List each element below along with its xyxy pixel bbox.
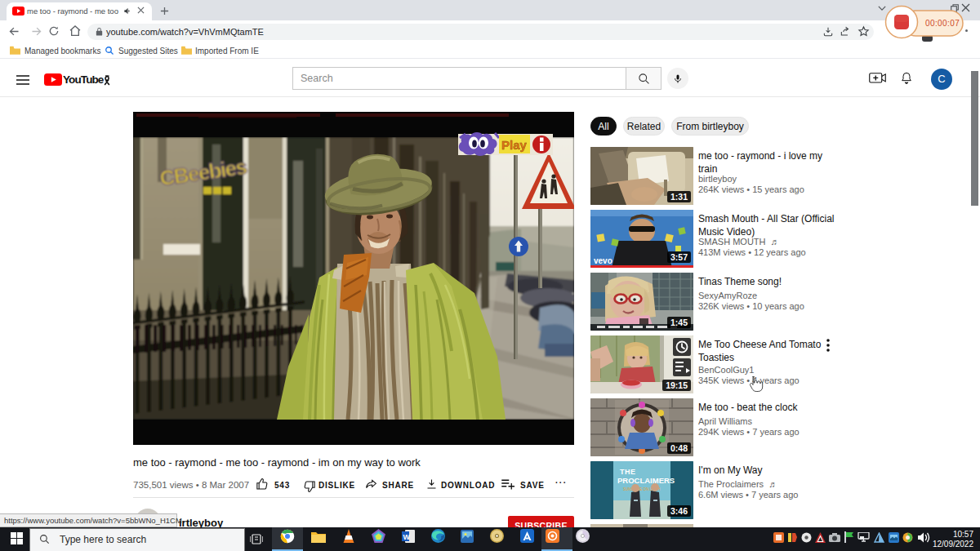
svg-text:Play: Play [501, 138, 528, 152]
svg-text:vevo: vevo [594, 256, 612, 265]
svg-text:00:00:07: 00:00:07 [925, 19, 960, 28]
svg-text:THE: THE [620, 468, 636, 476]
svg-text:W: W [403, 533, 411, 541]
svg-text:PROCLAIMERS: PROCLAIMERS [617, 476, 675, 485]
